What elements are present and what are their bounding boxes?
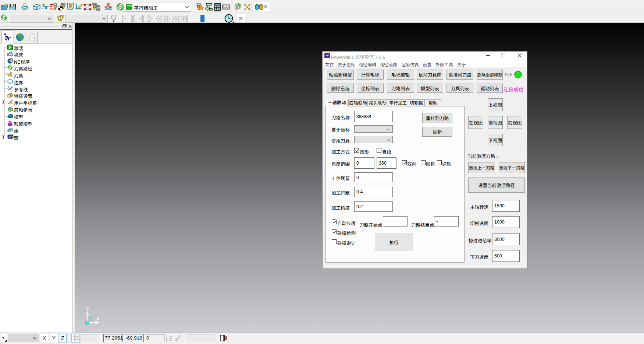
svg-text:X: X bbox=[96, 316, 100, 322]
svg-text:z: z bbox=[166, 340, 168, 342]
svg-text:Z: Z bbox=[89, 316, 92, 322]
svg-text:Y: Y bbox=[86, 306, 89, 312]
